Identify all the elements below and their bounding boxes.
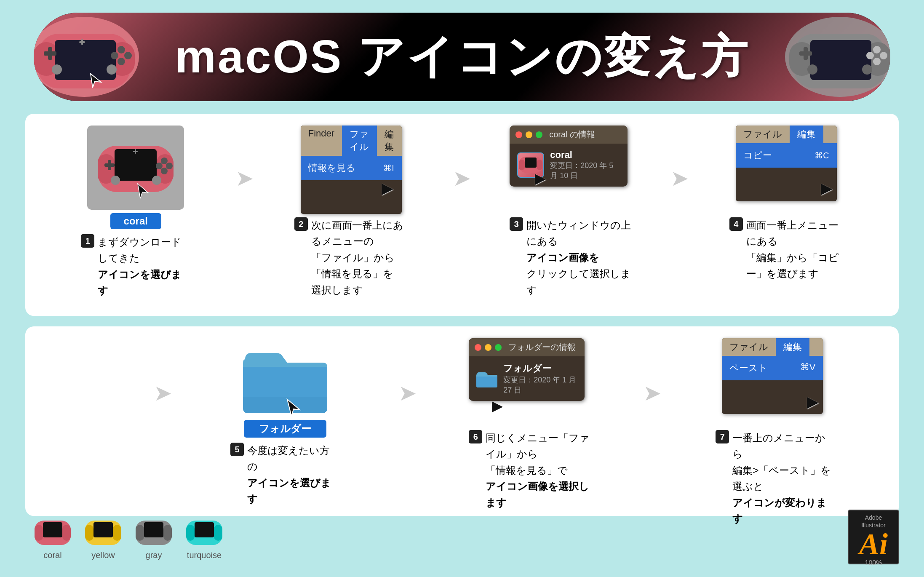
step-4-block: ファイル 編集 コピー ⌘C ▶ 4 画面一番上メニューにある「編集」から「コピ… xyxy=(693,126,884,282)
coral-label: coral xyxy=(43,550,61,560)
icon-turquoise: turquoise xyxy=(185,516,223,560)
step-1-label: coral xyxy=(110,213,161,229)
step-4-text: 画面一番上メニューにある「編集」から「コピー」を選びます xyxy=(746,217,847,282)
step-1-desc: 1 まずダウンロードしてきたアイコンを選びます xyxy=(81,234,190,299)
dot-red xyxy=(515,131,522,138)
step4-file-label: ファイル xyxy=(736,126,790,143)
svg-point-29 xyxy=(862,64,872,75)
cursor-6: ▶ xyxy=(492,397,503,414)
svg-point-28 xyxy=(807,64,817,75)
svg-rect-65 xyxy=(186,525,195,541)
svg-rect-63 xyxy=(144,522,163,537)
bottom-panel: ➤ フォルダー 5 今度は変えたい方 xyxy=(25,326,899,516)
step-5-text: 今度は変えたい方のアイコンを選びます xyxy=(247,443,340,508)
cursor-3: ▶ xyxy=(535,170,546,187)
step-1-text: まずダウンロードしてきたアイコンを選びます xyxy=(98,234,190,299)
info-window-title: coral の情報 xyxy=(549,129,595,140)
ai-badge: Adobe Illustrator Ai 100% xyxy=(848,510,899,564)
step-3-desc: 3 開いたウィンドウの上にあるアイコン画像をクリックして選択します xyxy=(510,217,632,298)
step4-menubar: ファイル 編集 xyxy=(736,126,837,143)
step-2-desc: 2 次に画面一番上にあるメニューの「ファイル」から「情報を見る」を選択します xyxy=(294,217,412,298)
info-titlebar: coral の情報 xyxy=(510,126,628,144)
paste-menu-item[interactable]: ペースト ⌘V xyxy=(722,356,823,380)
step6-info-text: フォルダー 変更日：2020 年 1 月 27 日 xyxy=(503,362,577,395)
svg-rect-54 xyxy=(62,525,71,541)
svg-point-34 xyxy=(161,158,168,164)
step-3-num: 3 xyxy=(510,217,523,231)
svg-point-12 xyxy=(107,64,117,75)
step-7-image: ファイル 編集 ペースト ⌘V ▶ xyxy=(722,338,827,427)
svg-rect-62 xyxy=(163,525,172,541)
step-6-desc: 6 同じくメニュー「ファイル」から「情報を見る」でアイコン画像を選択します xyxy=(469,430,591,511)
folder-info-icon xyxy=(476,369,497,388)
ai-zoom: 100% xyxy=(865,559,882,567)
svg-rect-27 xyxy=(804,47,808,60)
yellow-label: yellow xyxy=(91,550,115,560)
file-menu-label: ファイル xyxy=(342,126,377,156)
bottom-steps-row: ➤ フォルダー 5 今度は変えたい方 xyxy=(40,338,884,504)
cursor-7: ▶ xyxy=(807,393,819,411)
turquoise-mini-icon xyxy=(185,516,223,548)
step-2-block: Finder ファイル 編集 情報を見る ⌘I ▶ 2 次に画面一番上にあるメニ… xyxy=(258,126,449,298)
svg-rect-10 xyxy=(48,47,52,60)
step-1-icon-bg xyxy=(87,126,184,210)
svg-point-11 xyxy=(52,64,62,75)
svg-rect-48 xyxy=(537,160,542,170)
svg-rect-33 xyxy=(115,149,157,181)
svg-rect-59 xyxy=(93,522,113,537)
step-6-info-window: フォルダーの情報 フォルダー 変更日：2020 年 1 月 27 日 xyxy=(469,338,585,401)
svg-rect-21 xyxy=(810,40,871,80)
controller-left-decoration xyxy=(34,13,143,101)
svg-rect-4 xyxy=(55,40,116,80)
top-panel: coral 1 まずダウンロードしてきたアイコンを選びます ➤ Finder フ… xyxy=(25,114,899,316)
info-text: coral 変更日：2020 年 5 月 10 日 xyxy=(550,150,620,181)
step-1-block: coral 1 まずダウンロードしてきたアイコンを選びます xyxy=(40,126,231,299)
step-2-finder-menu: Finder ファイル 編集 情報を見る ⌘I xyxy=(301,126,402,214)
svg-rect-67 xyxy=(195,522,214,537)
step-4-num: 4 xyxy=(729,217,743,231)
svg-rect-57 xyxy=(85,525,93,541)
finder-menubar: Finder ファイル 編集 xyxy=(301,126,402,156)
gray-mini-icon xyxy=(135,516,173,548)
icon-gray: gray xyxy=(135,516,173,560)
step-3-block: coral の情報 coral xyxy=(475,126,666,298)
step6-titlebar: フォルダーの情報 xyxy=(469,338,585,356)
step6-dot-yellow xyxy=(485,344,491,351)
icon-yellow: yellow xyxy=(84,516,122,560)
step-7-block: ファイル 編集 ペースト ⌘V ▶ 7 一番上のメニューから編集>「ペースト」を… xyxy=(666,338,884,527)
arrow-6: ➤ xyxy=(643,338,662,406)
svg-point-24 xyxy=(866,52,874,59)
cursor-4: ▶ xyxy=(821,179,833,197)
yellow-mini-icon xyxy=(84,516,122,548)
step-3-image: coral の情報 coral xyxy=(510,126,632,214)
gray-label: gray xyxy=(146,550,162,560)
dot-yellow xyxy=(526,131,532,138)
svg-point-37 xyxy=(161,168,168,174)
info-menu-item[interactable]: 情報を見る ⌘I xyxy=(301,156,402,180)
ai-app-name: Adobe Illustrator xyxy=(853,514,894,529)
arrow-3: ➤ xyxy=(670,126,689,191)
arrow-4: ➤ xyxy=(154,338,172,406)
turquoise-label: turquoise xyxy=(187,550,222,560)
step-2-text: 次に画面一番上にあるメニューの「ファイル」から「情報を見る」を選択します xyxy=(311,217,412,298)
svg-point-22 xyxy=(873,46,881,53)
step-6-block: フォルダーの情報 フォルダー 変更日：2020 年 1 月 27 日 xyxy=(421,338,639,511)
step-5-label: フォルダー xyxy=(244,420,326,438)
svg-rect-49 xyxy=(525,158,537,168)
controller-right-decoration xyxy=(781,13,890,101)
step-5-image: フォルダー xyxy=(232,338,338,439)
edit-menu-label: 編集 xyxy=(377,126,402,156)
svg-rect-55 xyxy=(43,522,62,537)
step-3-text: 開いたウィンドウの上にあるアイコン画像をクリックして選択します xyxy=(526,217,632,298)
step-2-num: 2 xyxy=(294,217,308,231)
info-content: coral 変更日：2020 年 5 月 10 日 xyxy=(510,144,628,187)
icon-coral: coral xyxy=(34,516,72,560)
coral-mini-icon xyxy=(34,516,72,548)
step-6-image: フォルダーの情報 フォルダー 変更日：2020 年 1 月 27 日 xyxy=(469,338,591,427)
copy-menu-item[interactable]: コピー ⌘C xyxy=(736,143,837,168)
step-7-num: 7 xyxy=(716,430,729,443)
ai-logo-text: Ai xyxy=(859,529,888,559)
step6-window-title: フォルダーの情報 xyxy=(508,342,576,353)
svg-point-40 xyxy=(111,176,120,185)
step6-content: フォルダー 変更日：2020 年 1 月 27 日 xyxy=(469,356,585,401)
